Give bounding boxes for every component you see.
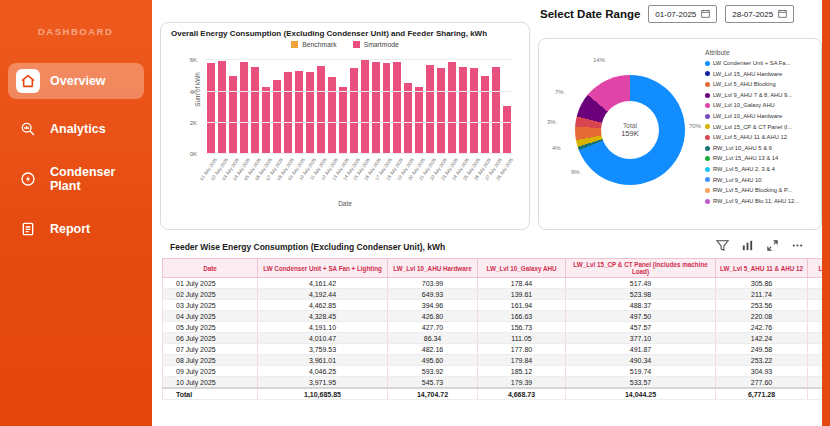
bar[interactable] [339, 87, 347, 154]
legend-swatch [705, 177, 710, 182]
table-row[interactable]: 10 July 20253,971.95545.73179.39533.5727… [163, 377, 823, 389]
bar[interactable] [262, 87, 270, 155]
bar[interactable] [350, 68, 358, 154]
donut-legend-item[interactable]: RW_Lvl 5_AHU 2, 3 & 4 [705, 164, 815, 175]
bar[interactable] [361, 59, 369, 154]
bar[interactable] [503, 106, 511, 154]
table-title: Feeder Wise Energy Consumption (Excludin… [170, 242, 445, 252]
donut-legend-item[interactable]: LW_Lvl 5_AHU Blocking [705, 79, 815, 90]
bar[interactable] [240, 62, 248, 154]
bar[interactable] [306, 72, 314, 154]
table-row[interactable]: 03 July 20254,462.85394.96161.94488.3725… [163, 300, 823, 311]
table-row[interactable]: 07 July 20253,759.53482.16177.80491.8724… [163, 344, 823, 355]
legend-swatch [705, 135, 710, 140]
bar[interactable] [426, 65, 434, 154]
donut-legend-item[interactable]: RW_Lvl 10_AHU 5 & 6 [705, 143, 815, 154]
bar[interactable] [251, 67, 259, 155]
expand-icon[interactable] [766, 238, 779, 256]
bar[interactable] [207, 63, 215, 154]
home-icon [16, 69, 40, 93]
legend-swatch [705, 71, 710, 76]
page-scrollbar[interactable] [822, 0, 830, 426]
calendar-icon [701, 9, 710, 20]
table-cell: 491.87 [566, 344, 716, 355]
table-row[interactable]: 01 July 20254,161.42703.99178.44517.4930… [163, 278, 823, 289]
table-row[interactable]: 02 July 20254,192.44649.93139.61523.9821… [163, 289, 823, 300]
filter-icon[interactable] [716, 238, 729, 256]
column-header[interactable]: LW_Lvl 5_AHU 13 & 14 [808, 259, 823, 278]
sidebar-item-report[interactable]: Report [8, 211, 144, 247]
table-row[interactable]: 04 July 20254,328.45426.80166.63497.5022… [163, 311, 823, 322]
feeder-table: DateLW Condenser Unit + SA Fan + Lightin… [162, 258, 822, 400]
bar[interactable] [383, 63, 391, 154]
bar[interactable] [459, 67, 467, 155]
donut-legend-item[interactable]: RW_Lvl 9_AHU Blo 11, AHU 12... [705, 196, 815, 207]
bar[interactable] [448, 62, 456, 155]
legend-swatch [705, 156, 710, 161]
column-header[interactable]: LW_Lvl 10_Galaxy AHU [478, 259, 566, 278]
bar[interactable] [218, 61, 226, 154]
bar[interactable] [393, 62, 401, 154]
column-header[interactable]: LW_Lvl 10_AHU Hardware [388, 259, 478, 278]
table-cell: 4,328.45 [258, 311, 388, 322]
donut-legend-item[interactable]: RW_Lvl 15_AHU 13 & 14 [705, 153, 815, 164]
donut-center: Total 159K [601, 101, 659, 159]
legend-swatch [705, 146, 710, 151]
donut-legend-item[interactable]: LW Condenser Unit + SA Fa... [705, 58, 815, 69]
bar[interactable] [295, 71, 303, 154]
column-header[interactable]: LW_Lvl 15_CP & CT Panel (Includes machin… [566, 259, 716, 278]
donut-legend-item[interactable]: RW_Lvl 9_AHU 10 [705, 175, 815, 186]
column-header[interactable]: LW_Lvl 5_AHU 11 & AHU 12 [716, 259, 808, 278]
end-date-input[interactable]: 28-07-2025 [725, 5, 794, 23]
bar[interactable] [404, 83, 412, 154]
table-cell: 295.57 [808, 289, 823, 300]
sidebar-item-condenser-plant[interactable]: Condenser Plant [8, 159, 144, 199]
bar[interactable] [317, 66, 325, 154]
sidebar-item-analytics[interactable]: Analytics [8, 111, 144, 147]
legend-swatch [705, 199, 710, 204]
bar[interactable] [415, 87, 423, 154]
donut-legend-item[interactable]: LW_Lvl 10_AHU Hardware [705, 111, 815, 122]
donut-legend-item[interactable]: LW_Lvl 5_AHU 11 & AHU 12 [705, 132, 815, 143]
sidebar-item-overview[interactable]: Overview [8, 63, 144, 99]
bar[interactable] [229, 76, 237, 154]
bar[interactable] [481, 76, 489, 154]
y-tick-label: 4K [190, 89, 197, 95]
legend-item-smartmode[interactable]: Smartmode [353, 41, 399, 48]
table-cell: 211.74 [716, 289, 808, 300]
bar[interactable] [437, 68, 445, 154]
donut-legend-item[interactable]: LW_Lvl 15_AHU Hardware [705, 69, 815, 80]
bar[interactable] [328, 77, 336, 154]
table-cell: 215.77 [808, 333, 823, 344]
bar[interactable] [470, 68, 478, 154]
table-cell: 86.34 [388, 333, 478, 344]
bar[interactable] [492, 67, 500, 155]
table-cell: 285.35 [808, 311, 823, 322]
column-header[interactable]: LW Condenser Unit + SA Fan + Lighting [258, 259, 388, 278]
table-row[interactable]: 05 July 20254,191.10427.70156.73457.5724… [163, 322, 823, 333]
column-header[interactable]: Date [163, 259, 258, 278]
legend-swatch [705, 82, 710, 87]
table-row[interactable]: 06 July 20254,010.4786.34111.05377.10142… [163, 333, 823, 344]
donut-legend-item[interactable]: LW_Lvl 10_Galaxy AHU [705, 100, 815, 111]
table-cell: 304.93 [716, 366, 808, 377]
y-tick-label: 6K [190, 57, 197, 63]
total-cell: 14,704.72 [388, 388, 478, 400]
end-date-value: 28-07-2025 [732, 10, 773, 19]
donut-legend-item[interactable]: RW_Lvl 5_AHU Blocking & P... [705, 185, 815, 196]
bar[interactable] [372, 62, 380, 154]
more-options-icon[interactable] [791, 238, 804, 256]
table-cell: 4,046.25 [258, 366, 388, 377]
donut-legend-item[interactable]: LW_Lvl 9_AHU 7 & 8, AHU 9... [705, 90, 815, 101]
start-date-input[interactable]: 01-07-2025 [648, 5, 717, 23]
table-cell: 394.96 [388, 300, 478, 311]
bar[interactable] [284, 72, 292, 154]
table-row[interactable]: 09 July 20254,046.25593.92185.12519.7430… [163, 366, 823, 377]
legend-label: RW_Lvl 5_AHU Blocking & P... [713, 185, 792, 196]
donut-legend-item[interactable]: LW_Lvl 15_CP & CT Panel (I... [705, 122, 815, 133]
legend-label: RW_Lvl 9_AHU 10 [713, 175, 762, 186]
legend-label: RW_Lvl 5_AHU 2, 3 & 4 [713, 164, 775, 175]
analyze-icon[interactable] [741, 238, 754, 256]
table-row[interactable]: 08 July 20253,961.01495.60179.84490.3425… [163, 355, 823, 366]
legend-item-benchmark[interactable]: Benchmark [291, 41, 336, 48]
